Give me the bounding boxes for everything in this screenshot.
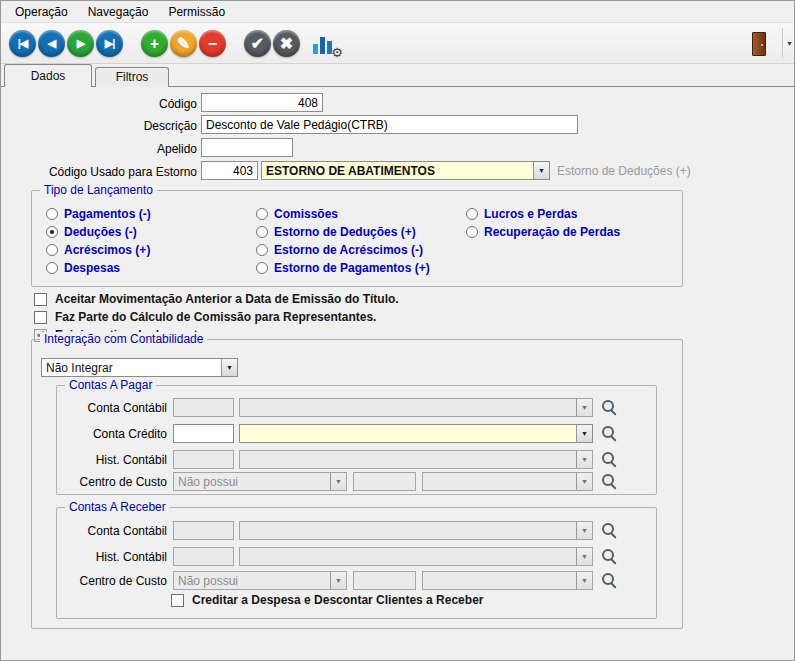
- pagar-conta-contabil-combo: ▼: [239, 398, 593, 417]
- tab-dados[interactable]: Dados: [4, 64, 92, 87]
- bar-chart-icon: [313, 44, 318, 54]
- receber-conta-contabil-combo: ▼: [239, 521, 593, 540]
- pagar-hist-contabil-combo: ▼: [239, 450, 593, 469]
- estorno-combo[interactable]: ESTORNO DE ABATIMENTOS ▼: [261, 161, 550, 180]
- checkbox-faz-parte-comissao[interactable]: Faz Parte do Cálculo de Comissão para Re…: [34, 310, 376, 324]
- codigo-field[interactable]: [201, 93, 323, 112]
- cancel-button[interactable]: ✖: [273, 30, 300, 57]
- receber-hist-contabil-code: [173, 547, 234, 566]
- radio-estorno-acrescimos[interactable]: Estorno de Acréscimos (-): [256, 243, 423, 257]
- previous-record-icon: ◀: [48, 38, 55, 49]
- chevron-down-icon: ▼: [576, 451, 592, 468]
- chevron-down-icon: ▼: [330, 473, 346, 490]
- tipo-lancamento-title: Tipo de Lançamento: [40, 183, 157, 197]
- chevron-down-icon: ▾: [787, 39, 791, 48]
- menu-permissao[interactable]: Permissão: [158, 2, 235, 22]
- radio-deducoes[interactable]: Deduções (-): [46, 225, 137, 239]
- pagar-conta-credito-code[interactable]: [173, 424, 234, 443]
- estorno-code-field[interactable]: [201, 161, 258, 180]
- radio-icon: [256, 262, 268, 274]
- gear-icon: ⚙: [331, 46, 343, 59]
- radio-icon: [466, 208, 478, 220]
- exit-door-icon: [752, 32, 766, 56]
- pagar-conta-contabil-code: [173, 398, 234, 417]
- radio-icon: [256, 208, 268, 220]
- radio-estorno-pagamentos[interactable]: Estorno de Pagamentos (+): [256, 261, 430, 275]
- tab-filtros[interactable]: Filtros: [95, 67, 169, 87]
- pagar-centro-custo-label: Centro de Custo: [47, 475, 167, 489]
- last-record-icon: ▶|: [105, 38, 115, 49]
- receber-conta-contabil-lookup-magnifier-icon[interactable]: [601, 522, 618, 539]
- pagar-conta-contabil-lookup-magnifier-icon[interactable]: [601, 399, 618, 416]
- radio-icon: [46, 226, 58, 238]
- receber-hist-contabil-label: Hist. Contábil: [47, 550, 167, 564]
- delete-record-button[interactable]: −: [199, 30, 226, 57]
- chevron-down-icon: ▼: [576, 572, 592, 589]
- next-record-icon: ▶: [77, 38, 84, 49]
- next-record-button[interactable]: ▶: [67, 30, 94, 57]
- toolbar-overflow-button[interactable]: ▾: [784, 35, 795, 51]
- receber-centro-custo-combo1: Não possui ▼: [173, 571, 347, 590]
- radio-estorno-deducoes[interactable]: Estorno de Deduções (+): [256, 225, 416, 239]
- descricao-field[interactable]: [201, 115, 578, 134]
- estorno-hint-text: Estorno de Deduções (+): [557, 164, 691, 178]
- pagar-centro-custo-combo2: ▼: [422, 472, 593, 491]
- chevron-down-icon: ▼: [576, 522, 592, 539]
- modo-integracao-combo[interactable]: Não Integrar ▼: [41, 358, 238, 377]
- radio-pagamentos[interactable]: Pagamentos (-): [46, 207, 151, 221]
- first-record-button[interactable]: |◀: [9, 30, 36, 57]
- checkbox-icon: [34, 311, 47, 324]
- contas-a-receber-title: Contas A Receber: [65, 500, 170, 514]
- radio-recuperacao-perdas[interactable]: Recuperação de Perdas: [466, 225, 620, 239]
- checkbox-aceitar-movimentacao[interactable]: Aceitar Movimentação Anterior a Data de …: [34, 292, 399, 306]
- receber-hist-contabil-combo: ▼: [239, 547, 593, 566]
- pagar-conta-credito-combo[interactable]: ▼: [239, 424, 593, 443]
- estorno-combo-value: ESTORNO DE ABATIMENTOS: [262, 164, 435, 178]
- edit-record-button[interactable]: ✎: [170, 30, 197, 57]
- last-record-button[interactable]: ▶|: [96, 30, 123, 57]
- chevron-down-icon[interactable]: ▼: [533, 162, 549, 179]
- modo-integracao-value: Não Integrar: [42, 361, 113, 375]
- chevron-down-icon[interactable]: ▼: [221, 359, 237, 376]
- chart-report-button[interactable]: ⚙: [311, 31, 343, 57]
- app-window: Operação Navegação Permissão |◀ ◀ ▶ ▶| +…: [0, 0, 795, 661]
- receber-centro-custo-combo2: ▼: [422, 571, 593, 590]
- pagar-hist-contabil-lookup-magnifier-icon[interactable]: [601, 451, 618, 468]
- estorno-label: Código Usado para Estorno: [11, 165, 197, 179]
- pagar-hist-contabil-label: Hist. Contábil: [47, 453, 167, 467]
- radio-despesas[interactable]: Despesas: [46, 261, 120, 275]
- toolbar-separator: [782, 28, 783, 58]
- radio-icon: [46, 262, 58, 274]
- radio-icon: [256, 244, 268, 256]
- pagar-centro-custo-combo1: Não possui ▼: [173, 472, 347, 491]
- confirm-button[interactable]: ✔: [244, 30, 271, 57]
- pagar-conta-credito-lookup-magnifier-icon[interactable]: [601, 425, 618, 442]
- pagar-hist-contabil-code: [173, 450, 234, 469]
- contas-a-pagar-title: Contas A Pagar: [65, 378, 156, 392]
- radio-acrescimos[interactable]: Acréscimos (+): [46, 243, 150, 257]
- chevron-down-icon[interactable]: ▼: [576, 425, 592, 442]
- first-record-icon: |◀: [18, 38, 28, 49]
- pagar-centro-custo-lookup-magnifier-icon[interactable]: [601, 473, 618, 490]
- apelido-field[interactable]: [201, 138, 293, 157]
- chevron-down-icon: ▼: [576, 473, 592, 490]
- checkbox-icon: [171, 594, 184, 607]
- pagar-centro-custo-code: [353, 472, 416, 491]
- menu-navegacao[interactable]: Navegação: [78, 2, 159, 22]
- receber-centro-custo-lookup-magnifier-icon[interactable]: [601, 572, 618, 589]
- radio-lucros-perdas[interactable]: Lucros e Perdas: [466, 207, 577, 221]
- menu-operacao[interactable]: Operação: [5, 2, 78, 22]
- chevron-down-icon: ▼: [576, 548, 592, 565]
- previous-record-button[interactable]: ◀: [38, 30, 65, 57]
- pencil-icon: ✎: [177, 36, 190, 52]
- checkbox-creditar-despesa[interactable]: Creditar a Despesa e Descontar Clientes …: [171, 593, 483, 607]
- plus-icon: +: [150, 36, 159, 52]
- descricao-label: Descrição: [41, 119, 197, 133]
- receber-hist-contabil-lookup-magnifier-icon[interactable]: [601, 548, 618, 565]
- receber-centro-custo-label: Centro de Custo: [47, 574, 167, 588]
- exit-button[interactable]: [745, 29, 773, 58]
- add-record-button[interactable]: +: [141, 30, 168, 57]
- radio-icon: [466, 226, 478, 238]
- apelido-label: Apelido: [41, 142, 197, 156]
- radio-comissoes[interactable]: Comissões: [256, 207, 338, 221]
